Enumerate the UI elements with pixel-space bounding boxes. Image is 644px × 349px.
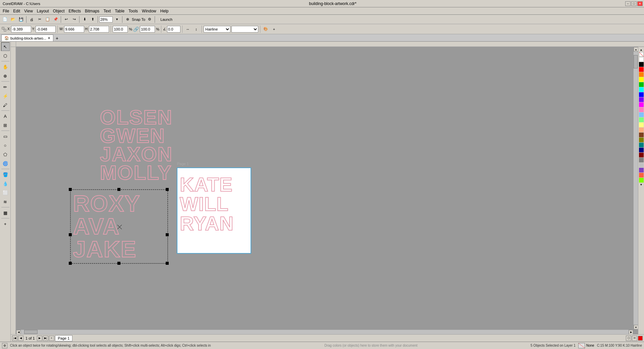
table-tool-btn[interactable]: ⊞ (1, 121, 10, 130)
menu-effects[interactable]: Effects (67, 8, 83, 14)
y-input[interactable] (36, 26, 56, 33)
zoom-tool-btn[interactable]: ⊕ (1, 71, 10, 80)
mirror-h-btn[interactable]: ↔ (184, 26, 192, 33)
menu-text[interactable]: Text (101, 8, 113, 14)
snap-settings-btn[interactable]: ⚙ (146, 16, 153, 23)
status-settings-btn[interactable]: ⚙ (2, 343, 7, 348)
status-fill-swatch[interactable] (578, 343, 585, 348)
color-yellow[interactable] (639, 77, 644, 82)
color-olive[interactable] (639, 138, 644, 142)
scale-w-input[interactable] (113, 26, 128, 33)
palette-scroll-up[interactable]: ▲ (639, 48, 644, 52)
text-tool-btn[interactable]: A (1, 112, 10, 120)
maximize-button[interactable]: □ (631, 1, 637, 6)
view-node-btn[interactable]: ⬡ (626, 336, 631, 341)
color-maroon[interactable] (639, 153, 644, 157)
scroll-left-btn[interactable]: ◀ (16, 330, 21, 334)
color-lime[interactable] (639, 178, 644, 183)
menu-table[interactable]: Table (113, 8, 126, 14)
color-gray[interactable] (639, 158, 644, 162)
smear-btn[interactable]: ≋ (1, 197, 10, 206)
tab-building-block[interactable]: 🏠 building-block-artwo... ✕ (1, 35, 53, 41)
color-blue[interactable] (639, 92, 644, 97)
color-light-yellow[interactable] (639, 122, 644, 127)
menu-help[interactable]: Help (158, 8, 171, 14)
color-orange[interactable] (639, 72, 644, 77)
eraser-btn[interactable]: ⬜ (1, 188, 10, 197)
color-black[interactable] (639, 62, 644, 67)
eyedropper-btn[interactable]: 💧 (1, 179, 10, 188)
menu-object[interactable]: Object (51, 8, 67, 14)
page-add-btn[interactable]: + (49, 336, 54, 341)
color-navy[interactable] (639, 148, 644, 152)
line-color-select[interactable] (231, 26, 258, 33)
scroll-htrack[interactable] (21, 330, 629, 334)
spiral-tool-btn[interactable]: 🌀 (1, 159, 10, 168)
tab-add-btn[interactable]: + (54, 35, 60, 41)
paste-btn[interactable]: 📌 (52, 16, 59, 23)
zoom-input[interactable] (99, 16, 113, 22)
page-nav-prev[interactable]: ◀ (18, 336, 23, 341)
pen-tool-btn[interactable]: 🖊 (1, 101, 10, 109)
new-btn[interactable]: 📄 (1, 16, 9, 23)
menu-view[interactable]: View (22, 8, 35, 14)
tab-close-btn[interactable]: ✕ (48, 36, 50, 40)
scroll-up-btn[interactable]: ▲ (634, 47, 638, 52)
save-btn[interactable]: 💾 (17, 16, 25, 23)
menu-window[interactable]: Window (140, 8, 158, 14)
color-cyan[interactable] (639, 87, 644, 92)
page-nav-next[interactable]: ▶ (37, 336, 42, 341)
palette-scroll-down[interactable]: ▼ (639, 183, 644, 187)
fill-tool-btn[interactable]: 🪣 (1, 170, 10, 179)
scroll-right-btn[interactable]: ▶ (629, 330, 633, 334)
minimize-button[interactable]: − (625, 1, 631, 6)
angle-input[interactable] (167, 26, 180, 33)
w-input[interactable] (64, 26, 84, 33)
add-tool-btn[interactable]: + (1, 219, 10, 228)
redo-btn[interactable]: ↪ (70, 16, 78, 23)
menu-layout[interactable]: Layout (35, 8, 51, 14)
pan-tool-btn[interactable]: ✋ (1, 62, 10, 71)
color-green[interactable] (639, 82, 644, 87)
view-pen-btn[interactable]: ✏ (632, 336, 637, 341)
print-btn[interactable]: 🖨 (28, 16, 35, 23)
export-btn[interactable]: ⬆ (89, 16, 96, 23)
color-purple[interactable] (639, 97, 644, 102)
scroll-vthumb[interactable] (634, 55, 638, 68)
scroll-down-btn[interactable]: ▼ (634, 325, 638, 330)
h-input[interactable] (89, 26, 109, 33)
cut-btn[interactable]: ✂ (36, 16, 43, 23)
color-light-green[interactable] (639, 117, 644, 122)
color-light-blue[interactable] (639, 112, 644, 117)
scale-h-input[interactable] (140, 26, 155, 33)
copy-btn[interactable]: 📋 (44, 16, 51, 23)
ellipse-tool-btn[interactable]: ○ (1, 141, 10, 150)
node-tool-btn[interactable]: ⬡ (1, 51, 10, 60)
page-nav-first[interactable]: |◀ (12, 336, 17, 341)
scroll-vtrack[interactable] (634, 52, 638, 325)
color-coral[interactable] (639, 173, 644, 178)
freehand-tool-btn[interactable]: ✏ (1, 83, 10, 91)
x-input[interactable] (11, 26, 31, 33)
select-tool-btn[interactable]: ↖ (1, 42, 10, 51)
color-peach[interactable] (639, 128, 644, 132)
scroll-hthumb[interactable] (24, 330, 38, 334)
snap-to-label[interactable]: Snap To (132, 17, 145, 21)
zoom-list-btn[interactable]: ▾ (113, 16, 121, 23)
canvas-scroll[interactable]: OLSEN GWEN JAXON MOLLY ROXY AVA JAKE (16, 47, 638, 334)
line-style-select[interactable]: Hairline (204, 26, 230, 33)
shadow-btn[interactable]: ▦ (1, 208, 10, 217)
view-fill-btn[interactable] (638, 336, 643, 341)
launch-btn[interactable]: Launch (156, 16, 176, 23)
color-magenta[interactable] (639, 102, 644, 107)
color-white[interactable] (639, 57, 644, 62)
color-teal[interactable] (639, 143, 644, 147)
menu-tools[interactable]: Tools (126, 8, 140, 14)
color-brown[interactable] (639, 133, 644, 137)
open-btn[interactable]: 📂 (9, 16, 17, 23)
smart-draw-btn[interactable]: ⚡ (1, 92, 10, 100)
add-color-btn[interactable]: + (270, 26, 278, 33)
color-silver[interactable] (639, 163, 644, 167)
menu-edit[interactable]: Edit (11, 8, 22, 14)
menu-file[interactable]: File (1, 8, 11, 14)
